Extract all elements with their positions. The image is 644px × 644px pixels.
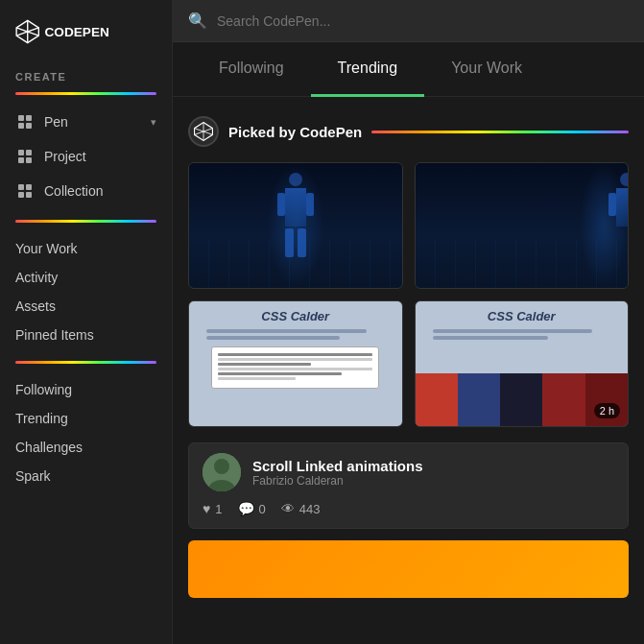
sidebar-item-assets[interactable]: Assets <box>0 292 172 321</box>
sidebar-item-spark[interactable]: Spark <box>0 462 172 490</box>
comments-count: 0 <box>259 502 266 516</box>
comment-icon: 💬 <box>238 501 254 516</box>
card-3-dialog <box>211 346 379 389</box>
create-label: CREATE <box>0 61 172 88</box>
content-area: Picked by CodePen <box>173 97 644 644</box>
logo-area: CODEPEN <box>0 0 172 61</box>
stat-likes[interactable]: ♥ 1 <box>203 501 223 516</box>
orange-card[interactable] <box>188 540 629 598</box>
search-icon: 🔍 <box>188 12 207 30</box>
picked-line <box>371 131 629 133</box>
picked-label: Picked by CodePen <box>228 124 362 140</box>
post-info: Scroll Linked animations Fabrizio Calder… <box>252 458 423 488</box>
pen-chevron: ▾ <box>151 116 156 129</box>
post-stats: ♥ 1 💬 0 👁 443 <box>189 501 628 528</box>
sidebar-item-project[interactable]: Project <box>0 139 172 174</box>
card-4-title: CSS Calder <box>488 309 556 323</box>
stat-comments[interactable]: 💬 0 <box>238 501 266 516</box>
project-icon <box>15 147 35 166</box>
card-2-thumbnail <box>416 163 629 288</box>
post-title: Scroll Linked animations <box>252 458 423 474</box>
post-author: Fabrizio Calderan <box>252 474 423 488</box>
picked-banner: Picked by CodePen <box>188 116 629 147</box>
collection-label: Collection <box>44 183 103 199</box>
sidebar-item-trending[interactable]: Trending <box>0 404 172 433</box>
tab-your-work[interactable]: Your Work <box>424 42 549 97</box>
card-3[interactable]: CSS Calder <box>188 300 403 427</box>
sidebar-item-following[interactable]: Following <box>0 375 172 404</box>
post-card: Scroll Linked animations Fabrizio Calder… <box>188 442 629 529</box>
sidebar-item-pinned-items[interactable]: Pinned Items <box>0 321 172 349</box>
sidebar-divider-1 <box>15 220 156 223</box>
post-author-row: Scroll Linked animations Fabrizio Calder… <box>189 443 628 501</box>
avatar <box>203 453 241 491</box>
likes-count: 1 <box>215 502 222 516</box>
stat-views: 👁 443 <box>281 501 321 516</box>
create-rainbow-bar <box>15 92 156 95</box>
card-3-thumbnail: CSS Calder <box>189 301 402 426</box>
sidebar-divider-2 <box>15 361 156 364</box>
svg-point-10 <box>214 459 229 474</box>
svg-text:CODEPEN: CODEPEN <box>44 25 108 39</box>
sidebar-item-challenges[interactable]: Challenges <box>0 433 172 462</box>
codepen-picked-icon <box>188 116 219 147</box>
sidebar-item-your-work[interactable]: Your Work <box>0 234 172 263</box>
main-content: 🔍 Following Trending Your Work Picked by… <box>173 0 644 644</box>
card-3-text <box>206 329 384 343</box>
card-4-badge: 2 h <box>594 403 620 418</box>
card-4[interactable]: CSS Calder <box>415 300 630 427</box>
card-1-thumbnail <box>189 163 402 288</box>
avatar-img <box>203 453 241 491</box>
tabs-row: Following Trending Your Work <box>173 42 644 97</box>
heart-icon: ♥ <box>203 501 210 516</box>
project-label: Project <box>44 149 86 164</box>
tab-trending[interactable]: Trending <box>311 42 425 97</box>
sidebar: CODEPEN CREATE Pen ▾ Project Collection … <box>0 0 173 644</box>
collection-icon <box>15 181 35 201</box>
views-count: 443 <box>299 502 321 516</box>
sidebar-item-activity[interactable]: Activity <box>0 263 172 292</box>
pen-icon <box>15 112 35 131</box>
card-4-text <box>433 329 610 343</box>
pen-label: Pen <box>44 114 68 130</box>
search-input[interactable] <box>217 13 629 29</box>
search-bar: 🔍 <box>173 0 644 42</box>
sidebar-item-pen[interactable]: Pen ▾ <box>0 105 172 139</box>
card-3-title: CSS Calder <box>261 309 329 323</box>
tab-following[interactable]: Following <box>192 42 311 97</box>
card-1[interactable] <box>188 162 403 289</box>
cards-grid: CSS Calder <box>188 162 629 427</box>
sidebar-item-collection[interactable]: Collection <box>0 174 172 208</box>
card-2[interactable] <box>415 162 630 289</box>
eye-icon: 👁 <box>281 501 295 516</box>
